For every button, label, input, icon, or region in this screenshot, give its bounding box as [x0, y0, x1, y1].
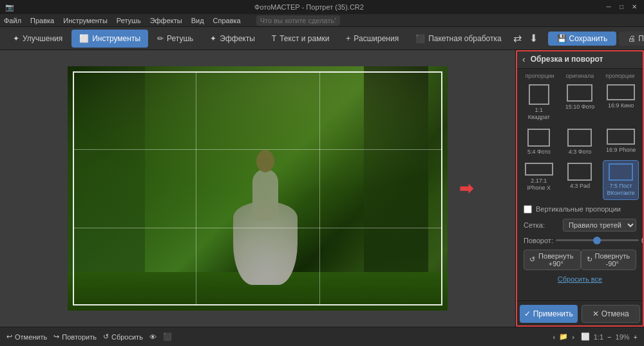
- undo-button[interactable]: ↩ Отменить: [6, 332, 47, 341]
- zoom-in-button[interactable]: +: [634, 333, 638, 341]
- preset-4-3-pad[interactable]: 4:3 Pad: [562, 160, 598, 200]
- preset-1-1-square[interactable]: 1:1 Квадрат: [521, 82, 557, 123]
- preset-box-pad: [567, 163, 592, 181]
- menu-view[interactable]: Вид: [191, 17, 204, 24]
- maximize-button[interactable]: □: [617, 3, 626, 12]
- presets-row-2: 5:4 Фото 4:3 Фото 16:9 Phone: [520, 126, 640, 158]
- toolbar: ✦ Улучшения ⬜ Инструменты ✏ Ретушь ✦ Эфф…: [0, 27, 644, 50]
- photo-container: ➡: [68, 66, 448, 311]
- close-button[interactable]: ✕: [630, 3, 639, 12]
- preview-button[interactable]: 👁: [149, 333, 156, 341]
- eye-icon: 👁: [149, 333, 156, 341]
- label-proportions-2: пропорции: [602, 73, 638, 79]
- apply-check-icon: ✓: [524, 309, 531, 318]
- text-icon: T: [272, 34, 276, 43]
- tab-tools[interactable]: ⬜ Инструменты: [71, 30, 148, 48]
- photo-background: [68, 66, 448, 311]
- cancel-button[interactable]: ✕ Отмена: [582, 305, 641, 323]
- preset-16-9-cinema[interactable]: 16:9 Кино: [603, 82, 639, 123]
- preset-label-4-3: 4:3 Фото: [569, 149, 592, 156]
- menu-edit[interactable]: Правка: [30, 17, 54, 24]
- preset-box-5-4: [527, 129, 550, 147]
- tab-batch[interactable]: ⬛ Пакетная обработка: [408, 30, 509, 48]
- menu-tools[interactable]: Инструменты: [63, 17, 108, 24]
- redo-icon: ↪: [53, 332, 59, 341]
- print-button[interactable]: 🖨 Печать: [619, 32, 644, 46]
- preset-label-5-4: 5:4 Фото: [527, 149, 551, 156]
- preset-7-5-vk[interactable]: 7:5 Пост ВКонтакте: [603, 160, 639, 200]
- preset-box-phone: [607, 129, 635, 145]
- zoom-ratio: 1:1: [594, 333, 603, 341]
- preset-box-vk: [609, 163, 633, 181]
- grid-select[interactable]: Правило третей: [563, 219, 636, 232]
- grid-label: Сетка:: [524, 221, 559, 229]
- zoom-value: 19%: [616, 333, 630, 341]
- preset-4-3-photo[interactable]: 4:3 Фото: [562, 126, 598, 158]
- reset-link[interactable]: Сбросить все: [520, 273, 640, 286]
- save-button[interactable]: 💾 Сохранить: [548, 32, 617, 46]
- tab-effects[interactable]: ✦ Эффекты: [202, 30, 263, 48]
- panel-buttons: ✓ Применить ✕ Отмена: [516, 300, 644, 327]
- rotate-plus-button[interactable]: ↺ Повернуть +90°: [524, 250, 581, 270]
- zoom-controls: ⬜ 1:1 − 19% +: [581, 332, 638, 341]
- titlebar: 📷 ФотоМАСТЕР - Портрет (35).CR2 ─ □ ✕: [0, 0, 644, 14]
- menu-effects[interactable]: Эффекты: [150, 17, 182, 24]
- rotation-row: Поворот: 0,0°: [520, 234, 640, 247]
- nav-arrows: ‹ 📁 ›: [553, 332, 574, 341]
- next-button[interactable]: ›: [572, 332, 574, 341]
- menu-retouch[interactable]: Ретушь: [117, 17, 141, 24]
- rotation-slider[interactable]: [556, 239, 639, 241]
- share-icon[interactable]: ⇄: [511, 30, 524, 47]
- rotate-minus-button[interactable]: ↻ Повернуть -90°: [581, 250, 636, 270]
- menu-help[interactable]: Справка: [213, 17, 241, 24]
- redo-button[interactable]: ↪ Повторить: [53, 332, 97, 341]
- canvas-area[interactable]: ➡: [0, 50, 515, 327]
- tab-extensions[interactable]: + Расширения: [338, 30, 406, 48]
- preset-box-4-3: [567, 129, 592, 147]
- preset-box-15-10: [567, 84, 592, 102]
- back-button[interactable]: ‹: [522, 54, 526, 64]
- statusbar: ↩ Отменить ↪ Повторить ↺ Сбросить 👁 ⬛ ‹ …: [0, 327, 644, 346]
- preset-15-10-photo[interactable]: 15:10 Фото: [562, 82, 598, 123]
- export-icon[interactable]: ⬇: [527, 30, 540, 47]
- panel-title: Обрезка и поворот: [531, 55, 603, 64]
- panel-content[interactable]: пропорции оригинала пропорции 1:1 Квадра…: [516, 69, 644, 300]
- effects-icon: ✦: [210, 34, 216, 43]
- tools-icon: ⬜: [79, 34, 89, 43]
- compare-button[interactable]: ⬛: [163, 332, 172, 341]
- preset-box-iphonex: [525, 163, 553, 176]
- rotate-minus-icon: ↻: [587, 255, 592, 264]
- preset-label-iphonex: 2.17:1 iPhone X: [524, 178, 554, 192]
- folder-button[interactable]: 📁: [559, 332, 568, 341]
- preset-16-9-phone[interactable]: 16:9 Phone: [603, 126, 639, 158]
- preset-box-square: [529, 84, 549, 105]
- cancel-x-icon: ✕: [592, 309, 599, 318]
- rotation-label: Поворот:: [524, 237, 553, 244]
- rotation-value: 0,0°: [641, 237, 644, 244]
- grid-setting-row: Сетка: Правило третей: [520, 216, 640, 234]
- vertical-label: Вертикальные пропорции: [536, 205, 621, 213]
- vertical-checkbox[interactable]: [524, 205, 532, 214]
- apply-button[interactable]: ✓ Применить: [520, 305, 578, 323]
- rotate-buttons: ↺ Повернуть +90° ↻ Повернуть -90°: [520, 247, 640, 273]
- prev-button[interactable]: ‹: [553, 332, 555, 341]
- preset-iphone-x[interactable]: 2.17:1 iPhone X: [521, 160, 557, 200]
- tab-text-frames[interactable]: T Текст и рамки: [264, 30, 337, 48]
- reset-icon: ↺: [103, 332, 109, 341]
- preset-5-4-photo[interactable]: 5:4 Фото: [521, 126, 557, 158]
- reset-button[interactable]: ↺ Сбросить: [103, 332, 143, 341]
- fit-button[interactable]: ⬜: [581, 332, 590, 341]
- print-icon: 🖨: [628, 34, 636, 43]
- minimize-button[interactable]: ─: [604, 3, 613, 12]
- menu-file[interactable]: Файл: [4, 17, 21, 24]
- tab-retouch[interactable]: ✏ Ретушь: [149, 30, 201, 48]
- rotate-plus-icon: ↺: [529, 255, 535, 264]
- preset-box-16-9: [607, 84, 635, 100]
- panel-header: ‹ Обрезка и поворот: [516, 50, 644, 69]
- app-logo: 📷: [5, 3, 14, 12]
- enhancements-icon: ✦: [13, 34, 19, 43]
- search-input[interactable]: [256, 15, 340, 26]
- zoom-out-button[interactable]: −: [607, 333, 611, 341]
- label-original: оригинала: [562, 73, 598, 79]
- tab-enhancements[interactable]: ✦ Улучшения: [5, 30, 70, 48]
